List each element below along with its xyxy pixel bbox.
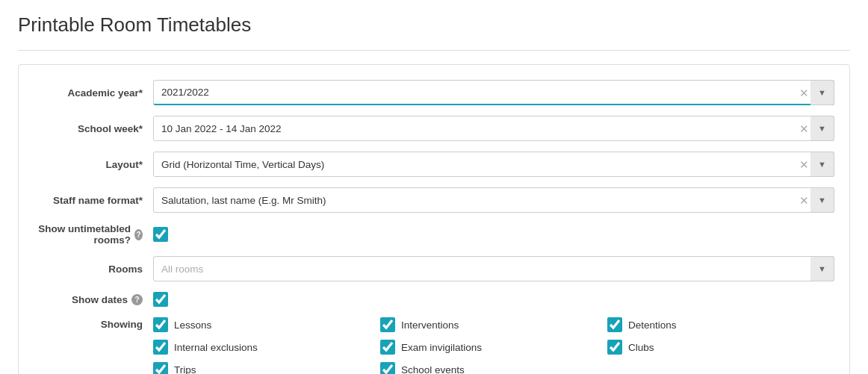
show-dates-row: Show dates ? — [19, 292, 849, 307]
school-week-dropdown-btn[interactable]: ▼ — [810, 116, 834, 141]
staff-name-format-control: ✕ ▼ — [153, 187, 834, 213]
showing-label-trips: Trips — [174, 364, 196, 375]
chevron-down-icon: ▼ — [818, 124, 826, 133]
show-dates-checkbox[interactable] — [153, 292, 168, 307]
showing-item-trips: Trips — [153, 362, 380, 374]
showing-checkbox-interventions[interactable] — [380, 317, 395, 332]
layout-row: Layout* ✕ ▼ — [19, 152, 849, 177]
staff-name-format-label: Staff name format* — [34, 195, 153, 206]
chevron-down-icon: ▼ — [818, 264, 826, 273]
school-week-label: School week* — [34, 123, 153, 134]
page-container: Printable Room Timetables Academic year*… — [0, 0, 868, 374]
academic-year-dropdown-btn[interactable]: ▼ — [810, 80, 834, 105]
layout-clear-icon[interactable]: ✕ — [799, 159, 809, 170]
school-week-row: School week* ✕ ▼ — [19, 116, 849, 141]
show-dates-label: Show dates — [72, 294, 128, 305]
showing-checkbox-school_events[interactable] — [380, 362, 395, 374]
showing-label-internal_exclusions: Internal exclusions — [174, 342, 258, 353]
school-week-input[interactable] — [153, 116, 834, 141]
rooms-row: Rooms All rooms ▼ — [19, 256, 849, 281]
chevron-down-icon: ▼ — [818, 88, 826, 97]
showing-label-exam_invigilations: Exam invigilations — [401, 342, 482, 353]
layout-dropdown-btn[interactable]: ▼ — [810, 152, 834, 177]
show-untimetabled-checkbox[interactable] — [153, 227, 168, 242]
showing-label-detentions: Detentions — [628, 320, 677, 331]
showing-label-clubs: Clubs — [628, 342, 654, 353]
show-dates-help-icon[interactable]: ? — [131, 294, 143, 305]
academic-year-row: Academic year* ✕ ▼ — [19, 80, 849, 105]
show-untimetabled-help-icon[interactable]: ? — [134, 229, 143, 240]
showing-checkbox-detentions[interactable] — [607, 317, 622, 332]
showing-item-exam_invigilations: Exam invigilations — [380, 340, 607, 355]
layout-control: ✕ ▼ — [153, 152, 834, 177]
academic-year-control: ✕ ▼ — [153, 80, 834, 105]
school-week-control: ✕ ▼ — [153, 116, 834, 141]
show-untimetabled-label: Show untimetabled rooms? — [34, 223, 131, 246]
rooms-label: Rooms — [34, 264, 153, 275]
showing-checkbox-internal_exclusions[interactable] — [153, 340, 168, 355]
show-dates-label-area: Show dates ? — [34, 294, 153, 305]
showing-item-lessons: Lessons — [153, 317, 380, 332]
academic-year-label: Academic year* — [34, 87, 153, 99]
showing-checkbox-trips[interactable] — [153, 362, 168, 374]
academic-year-input[interactable] — [153, 80, 834, 105]
rooms-select[interactable]: All rooms — [153, 256, 834, 281]
divider — [18, 50, 850, 51]
showing-label-school_events: School events — [401, 364, 465, 375]
showing-label-interventions: Interventions — [401, 320, 459, 331]
staff-name-format-clear-icon[interactable]: ✕ — [799, 195, 809, 206]
form-panel: Academic year* ✕ ▼ School week* ✕ ▼ La — [18, 64, 850, 374]
showing-item-detentions: Detentions — [607, 317, 834, 332]
showing-checkbox-exam_invigilations[interactable] — [380, 340, 395, 355]
rooms-select-wrap: All rooms ▼ — [153, 256, 834, 281]
rooms-dropdown-btn[interactable]: ▼ — [810, 256, 834, 281]
showing-label: Showing — [34, 317, 153, 330]
chevron-down-icon: ▼ — [818, 160, 826, 169]
staff-name-format-row: Staff name format* ✕ ▼ — [19, 187, 849, 213]
showing-checkbox-lessons[interactable] — [153, 317, 168, 332]
academic-year-clear-icon[interactable]: ✕ — [799, 87, 809, 99]
showing-row: Showing LessonsInterventionsDetentionsIn… — [19, 317, 849, 374]
chevron-down-icon: ▼ — [818, 196, 826, 205]
showing-empty-cell — [607, 362, 834, 374]
showing-item-school_events: School events — [380, 362, 607, 374]
showing-grid: LessonsInterventionsDetentionsInternal e… — [153, 317, 834, 374]
show-untimetabled-label-area: Show untimetabled rooms? ? — [34, 223, 153, 246]
showing-item-clubs: Clubs — [607, 340, 834, 355]
showing-label-lessons: Lessons — [174, 320, 211, 331]
page-title: Printable Room Timetables — [18, 13, 850, 37]
staff-name-format-input[interactable] — [153, 187, 834, 213]
layout-label: Layout* — [34, 159, 153, 170]
showing-checkbox-clubs[interactable] — [607, 340, 622, 355]
showing-item-interventions: Interventions — [380, 317, 607, 332]
showing-item-internal_exclusions: Internal exclusions — [153, 340, 380, 355]
school-week-clear-icon[interactable]: ✕ — [799, 123, 809, 134]
show-untimetabled-row: Show untimetabled rooms? ? — [19, 223, 849, 246]
layout-input[interactable] — [153, 152, 834, 177]
staff-name-format-dropdown-btn[interactable]: ▼ — [810, 187, 834, 213]
